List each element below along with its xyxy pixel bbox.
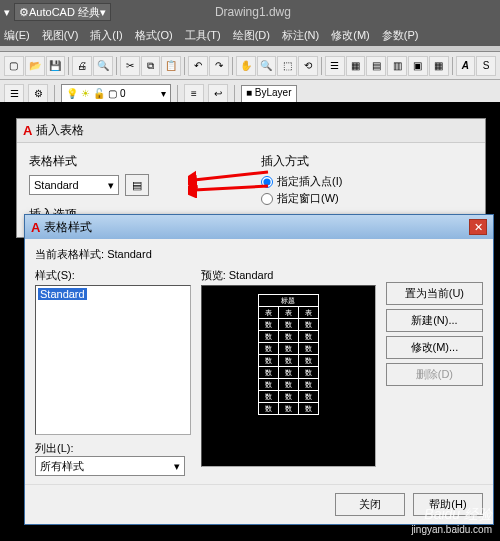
watermark: Baidu 经验 jingyan.baidu.com: [411, 506, 492, 535]
new-style-button[interactable]: 新建(N)...: [386, 309, 483, 332]
current-style-label: 当前表格样式:: [35, 248, 104, 260]
autocad-logo-icon: A: [31, 220, 40, 235]
color-bylayer[interactable]: ■ ByLayer: [241, 85, 297, 103]
radio-insert-window[interactable]: 指定窗口(W): [261, 191, 473, 206]
lock-icon: 🔓: [93, 88, 105, 99]
design-center-icon[interactable]: ▦: [346, 56, 366, 76]
chevron-down-icon: ▾: [108, 179, 114, 192]
list-filter-label: 列出(L):: [35, 441, 191, 456]
menu-tools[interactable]: 工具(T): [185, 28, 221, 43]
open-icon[interactable]: 📂: [25, 56, 45, 76]
modify-style-button[interactable]: 修改(M)...: [386, 336, 483, 359]
undo-icon[interactable]: ↶: [188, 56, 208, 76]
layer-match-icon[interactable]: ≡: [184, 84, 204, 104]
chevron-down-icon: ▾: [174, 460, 180, 473]
chevron-down-icon: ▾: [100, 6, 106, 19]
redo-icon[interactable]: ↷: [209, 56, 229, 76]
menu-view[interactable]: 视图(V): [42, 28, 79, 43]
insert-mode-label: 插入方式: [261, 153, 473, 170]
layer-states-icon[interactable]: ⚙: [28, 84, 48, 104]
workspace-name: AutoCAD 经典: [29, 5, 100, 20]
copy-icon[interactable]: ⧉: [141, 56, 161, 76]
zoom-prev-icon[interactable]: ⟲: [298, 56, 318, 76]
menu-icon[interactable]: ▾: [4, 6, 10, 19]
menu-insert[interactable]: 插入(I): [90, 28, 122, 43]
layer-selector[interactable]: 💡 ☀ 🔓 ▢ 0 ▾: [61, 84, 171, 104]
set-current-button[interactable]: 置为当前(U): [386, 282, 483, 305]
markup-icon[interactable]: ▣: [408, 56, 428, 76]
styles-label: 样式(S):: [35, 268, 191, 283]
menu-format[interactable]: 格式(O): [135, 28, 173, 43]
preview-label: 预览:: [201, 269, 226, 281]
list-item[interactable]: Standard: [38, 288, 87, 300]
standard-toolbar: ▢ 📂 💾 🖨 🔍 ✂ ⧉ 📋 ↶ ↷ ✋ 🔍 ⬚ ⟲ ☰ ▦ ▤ ▥ ▣ ▦ …: [0, 52, 500, 80]
table-style-dialog: A 表格样式 ✕ 当前表格样式: Standard 样式(S): Standar…: [24, 214, 494, 525]
title-bar: ▾ ⚙ AutoCAD 经典 ▾ Drawing1.dwg: [0, 0, 500, 24]
dialog-title: 插入表格: [36, 122, 84, 139]
zoom-window-icon[interactable]: ⬚: [277, 56, 297, 76]
close-button[interactable]: ✕: [469, 219, 487, 235]
sheet-set-icon[interactable]: ▥: [387, 56, 407, 76]
preview-style-name: Standard: [229, 269, 274, 281]
autocad-logo-icon: A: [23, 123, 32, 138]
table-style-label: 表格样式: [29, 153, 241, 170]
menubar: 编(E) 视图(V) 插入(I) 格式(O) 工具(T) 绘图(D) 标注(N)…: [0, 24, 500, 46]
style-icon[interactable]: S: [476, 56, 496, 76]
radio-insert-point[interactable]: 指定插入点(I): [261, 174, 473, 189]
menu-dimension[interactable]: 标注(N): [282, 28, 319, 43]
gear-icon: ⚙: [19, 6, 29, 19]
zoom-icon[interactable]: 🔍: [257, 56, 277, 76]
layer-prev-icon[interactable]: ↩: [208, 84, 228, 104]
pencil-table-icon: ▤: [132, 179, 142, 192]
calc-icon[interactable]: ▦: [429, 56, 449, 76]
menu-edit[interactable]: 编(E): [4, 28, 30, 43]
delete-style-button: 删除(D): [386, 363, 483, 386]
menu-modify[interactable]: 修改(M): [331, 28, 370, 43]
tool-palette-icon[interactable]: ▤: [366, 56, 386, 76]
plot-icon[interactable]: 🖨: [72, 56, 92, 76]
chevron-down-icon: ▾: [161, 88, 166, 99]
combo-value: 所有样式: [40, 459, 84, 474]
text-icon[interactable]: A: [456, 56, 476, 76]
table-style-combo[interactable]: Standard ▾: [29, 175, 119, 195]
dialog-titlebar[interactable]: A 插入表格: [17, 119, 485, 143]
styles-listbox[interactable]: Standard: [35, 285, 191, 435]
cut-icon[interactable]: ✂: [120, 56, 140, 76]
pan-icon[interactable]: ✋: [236, 56, 256, 76]
workspace-selector[interactable]: ⚙ AutoCAD 经典 ▾: [14, 3, 111, 21]
list-filter-combo[interactable]: 所有样式 ▾: [35, 456, 185, 476]
properties-icon[interactable]: ☰: [325, 56, 345, 76]
combo-value: Standard: [34, 179, 79, 191]
preview-area: 标题 表表表 数数数 数数数 数数数 数数数 数数数 数数数 数数数 数数数: [201, 285, 376, 467]
document-title: Drawing1.dwg: [215, 5, 291, 19]
edit-style-button[interactable]: ▤: [125, 174, 149, 196]
preview-icon[interactable]: 🔍: [93, 56, 113, 76]
menu-parametric[interactable]: 参数(P): [382, 28, 419, 43]
save-icon[interactable]: 💾: [46, 56, 66, 76]
dialog-titlebar[interactable]: A 表格样式 ✕: [25, 215, 493, 239]
sun-icon: ☀: [81, 88, 90, 99]
new-icon[interactable]: ▢: [4, 56, 24, 76]
close-dialog-button[interactable]: 关闭: [335, 493, 405, 516]
preview-table: 标题 表表表 数数数 数数数 数数数 数数数 数数数 数数数 数数数 数数数: [258, 294, 319, 415]
dialog-title: 表格样式: [44, 219, 92, 236]
current-style-value: Standard: [107, 248, 152, 260]
layer-props-icon[interactable]: ☰: [4, 84, 24, 104]
plot-layer-icon: ▢: [108, 88, 117, 99]
lightbulb-icon: 💡: [66, 88, 78, 99]
layer-name: 0: [120, 88, 126, 99]
paste-icon[interactable]: 📋: [161, 56, 181, 76]
menu-draw[interactable]: 绘图(D): [233, 28, 270, 43]
